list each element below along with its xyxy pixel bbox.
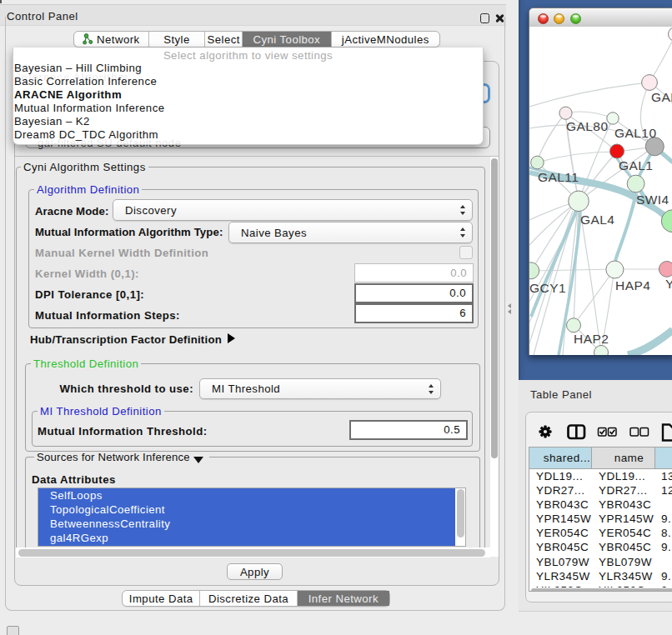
svg-text:HAP4: HAP4	[615, 278, 650, 292]
svg-text:GAL10: GAL10	[614, 126, 657, 140]
svg-text:SWI4: SWI4	[636, 192, 669, 207]
svg-text:GAL11: GAL11	[538, 170, 579, 184]
svg-text:GAL4: GAL4	[580, 212, 614, 227]
svg-text:HAP2: HAP2	[574, 332, 609, 346]
svg-text:GAL80: GAL80	[566, 119, 609, 133]
svg-text:GAL7: GAL7	[651, 90, 672, 104]
svg-text:GCY1: GCY1	[529, 281, 566, 295]
svg-text:Y: Y	[665, 277, 672, 291]
svg-text:GAL1: GAL1	[619, 158, 653, 172]
